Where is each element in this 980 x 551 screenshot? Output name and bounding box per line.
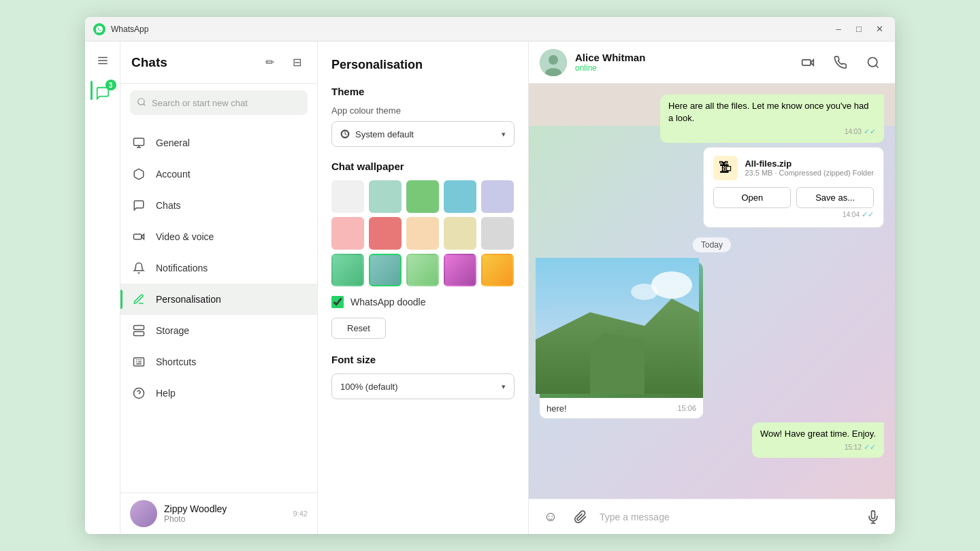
nav-item-shortcuts[interactable]: Shortcuts	[120, 346, 317, 378]
font-dropdown-chevron: ▾	[502, 382, 506, 391]
nav-item-notifications[interactable]: Notifications	[120, 252, 317, 284]
emoji-button[interactable]: ☺	[540, 506, 561, 528]
search-bar	[130, 90, 308, 115]
nav-item-personalisation[interactable]: Personalisation	[120, 284, 317, 315]
svg-line-4	[144, 103, 146, 105]
menu-button[interactable]	[91, 48, 115, 73]
wallpaper-swatch-w8[interactable]	[406, 217, 439, 250]
chat-header: Alice Whitman online	[529, 41, 895, 84]
help-label: Help	[156, 388, 176, 399]
wallpaper-swatch-w11[interactable]	[331, 254, 364, 286]
settings-panel-title: Chats	[131, 55, 252, 70]
doodle-checkbox[interactable]	[331, 296, 344, 308]
chat-contact-status: online	[575, 63, 789, 73]
nav-item-account[interactable]: Account	[120, 158, 317, 190]
filter-button[interactable]: ⊟	[287, 53, 306, 72]
account-icon	[131, 167, 146, 182]
search-input[interactable]	[146, 98, 301, 108]
notifications-icon	[131, 261, 146, 276]
new-chat-button[interactable]: ✏	[260, 53, 279, 72]
svg-rect-10	[134, 326, 144, 330]
chat-messages: Here are all the files. Let me know once…	[529, 84, 895, 499]
wallpaper-section-title: Chat wallpaper	[331, 161, 514, 172]
wallpaper-swatch-w13[interactable]	[406, 254, 439, 286]
help-icon	[131, 386, 146, 401]
svg-rect-11	[134, 332, 144, 336]
save-file-button[interactable]: Save as...	[796, 187, 874, 208]
svg-point-25	[651, 271, 692, 299]
nav-items: General Account Chats	[120, 122, 317, 414]
chat-input-bar: ☺	[529, 499, 895, 534]
wallpaper-swatch-w9[interactable]	[444, 217, 476, 250]
wallpaper-swatch-w2[interactable]	[369, 180, 402, 213]
nav-item-video-voice[interactable]: Video & voice	[120, 221, 317, 252]
sidebar-icons: 3	[85, 41, 120, 534]
message-m1: Here are all the files. Let me know once…	[660, 95, 884, 143]
wallpaper-swatch-w5[interactable]	[481, 180, 514, 213]
wallpaper-swatch-w4[interactable]	[444, 180, 476, 213]
chat-search-button[interactable]	[862, 52, 884, 73]
panel-title: Personalisation	[331, 58, 514, 72]
file-card-m2: 🗜 All-files.zip 23.5 MB · Compressed (zi…	[703, 147, 884, 228]
storage-icon	[131, 323, 146, 338]
nav-item-general[interactable]: General	[120, 127, 317, 158]
attach-button[interactable]	[570, 506, 591, 528]
svg-point-22	[868, 57, 877, 66]
wallpaper-swatch-w15[interactable]	[481, 254, 514, 286]
svg-marker-28	[590, 333, 644, 394]
open-file-button[interactable]: Open	[713, 187, 791, 208]
app-colour-label: App colour theme	[331, 105, 514, 116]
tick-icon-5: ✓✓	[864, 442, 876, 452]
wallpaper-swatch-w6[interactable]	[331, 217, 364, 250]
font-dropdown[interactable]: 100% (default) ▾	[331, 373, 514, 399]
close-button[interactable]: ✕	[872, 22, 887, 37]
mic-button[interactable]	[862, 506, 884, 528]
chat-avatar	[540, 49, 567, 76]
nav-item-chats[interactable]: Chats	[120, 190, 317, 221]
nav-item-storage[interactable]: Storage	[120, 315, 317, 346]
message-input[interactable]	[600, 512, 854, 522]
doodle-label[interactable]: WhatsApp doodle	[350, 297, 426, 307]
photo-caption: here!	[546, 403, 567, 414]
preview-info: Zippy Woodley Photo	[164, 503, 287, 524]
notifications-label: Notifications	[156, 263, 208, 273]
settings-nav-panel: Chats ✏ ⊟ General	[120, 41, 318, 534]
preview-name: Zippy Woodley	[164, 503, 287, 514]
wallpaper-swatch-w3[interactable]	[406, 180, 439, 213]
file-name: All-files.zip	[745, 158, 874, 169]
app-title: WhatsApp	[111, 24, 831, 34]
wallpaper-swatch-w14[interactable]	[444, 254, 476, 286]
message-m5: Wow! Have great time. Enjoy. 15:12 ✓✓	[752, 422, 884, 458]
photo-time: 15:06	[677, 404, 696, 412]
personalisation-panel: Personalisation Theme App colour theme S…	[318, 41, 529, 534]
file-meta: 23.5 MB · Compressed (zipped) Folder	[745, 169, 874, 177]
account-label: Account	[156, 169, 191, 180]
personalisation-icon	[131, 292, 146, 307]
svg-point-26	[631, 284, 658, 300]
minimize-button[interactable]: –	[831, 22, 846, 37]
reset-button[interactable]: Reset	[331, 318, 386, 339]
storage-label: Storage	[156, 325, 189, 336]
wallpaper-swatch-w10[interactable]	[481, 217, 514, 250]
preview-time: 9:42	[293, 510, 308, 518]
chat-list-preview-item[interactable]: Zippy Woodley Photo 9:42	[120, 492, 317, 534]
chats-label: Chats	[156, 200, 181, 211]
app-logo	[93, 23, 105, 35]
search-icon	[137, 97, 146, 109]
wallpaper-swatch-w7[interactable]	[369, 217, 402, 250]
message-text-5: Wow! Have great time. Enjoy.	[760, 429, 876, 439]
message-time: 14:03 ✓✓	[668, 127, 876, 137]
chats-icon	[131, 198, 146, 213]
theme-dropdown-chevron: ▾	[502, 130, 506, 139]
avatar-image	[540, 49, 567, 76]
video-call-button[interactable]	[797, 52, 819, 73]
file-details: All-files.zip 23.5 MB · Compressed (zipp…	[745, 158, 874, 177]
theme-dropdown[interactable]: System default ▾	[331, 121, 514, 147]
general-label: General	[156, 137, 190, 148]
nav-item-help[interactable]: Help	[120, 378, 317, 409]
wallpaper-swatch-w12[interactable]	[369, 254, 402, 286]
voice-call-button[interactable]	[830, 52, 851, 73]
wallpaper-swatch-w1[interactable]	[331, 180, 364, 213]
active-indicator	[91, 81, 93, 100]
maximize-button[interactable]: □	[851, 22, 866, 37]
